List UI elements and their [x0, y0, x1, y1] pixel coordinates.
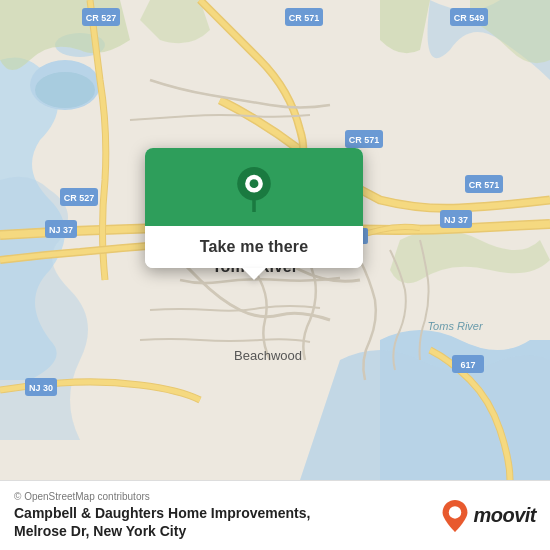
popup-pointer [242, 268, 266, 280]
svg-text:NJ 30: NJ 30 [29, 383, 53, 393]
popup-green-area [145, 148, 363, 226]
bottom-bar: © OpenStreetMap contributors Campbell & … [0, 480, 550, 550]
svg-text:NJ 37: NJ 37 [444, 215, 468, 225]
map-container: CR 527 CR 527 CR 571 CR 549 CR 571 CR 57… [0, 0, 550, 480]
moovit-logo: moovit [441, 500, 536, 532]
location-pin-icon [231, 166, 277, 212]
popup-card: Take me there [145, 148, 363, 268]
svg-text:CR 549: CR 549 [454, 13, 485, 23]
svg-text:Beachwood: Beachwood [234, 348, 302, 363]
svg-point-33 [250, 179, 259, 188]
moovit-pin-icon [441, 500, 469, 532]
svg-text:617: 617 [460, 360, 475, 370]
svg-text:CR 571: CR 571 [469, 180, 500, 190]
place-name-line2: Melrose Dr, New York City [14, 523, 186, 539]
svg-text:NJ 37: NJ 37 [49, 225, 73, 235]
svg-point-34 [449, 506, 461, 518]
place-name: Campbell & Daughters Home Improvements, … [14, 504, 310, 540]
moovit-brand-label: moovit [473, 504, 536, 527]
take-me-there-button[interactable]: Take me there [145, 226, 363, 268]
svg-text:CR 571: CR 571 [289, 13, 320, 23]
bottom-left: © OpenStreetMap contributors Campbell & … [14, 491, 310, 540]
svg-text:Toms River: Toms River [427, 320, 484, 332]
svg-text:CR 527: CR 527 [86, 13, 117, 23]
svg-text:CR 571: CR 571 [349, 135, 380, 145]
svg-point-2 [35, 72, 95, 108]
map-attribution: © OpenStreetMap contributors [14, 491, 310, 502]
svg-text:CR 527: CR 527 [64, 193, 95, 203]
place-name-line1: Campbell & Daughters Home Improvements, [14, 505, 310, 521]
